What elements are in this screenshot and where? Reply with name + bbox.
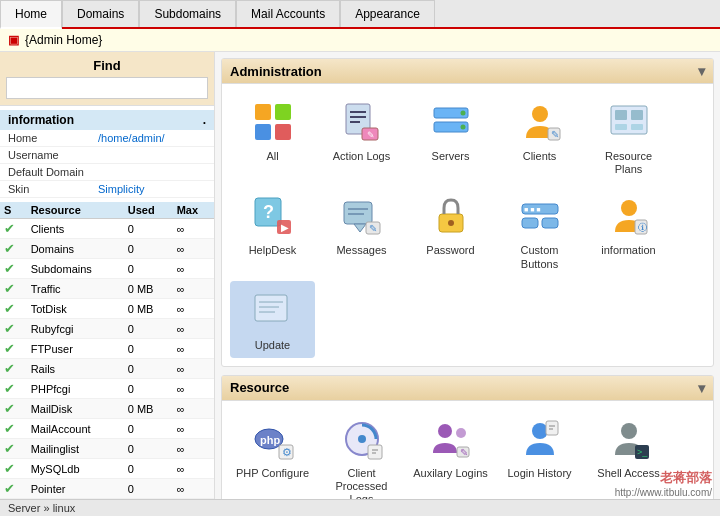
svg-point-14 <box>532 106 548 122</box>
resource-name: Clients <box>27 219 124 239</box>
servers-icon <box>427 98 475 146</box>
status-bar: Server » linux <box>0 499 720 516</box>
icon-item-php-configure-icon[interactable]: php⚙PHP Configure <box>230 409 315 513</box>
col-max: Max <box>173 202 214 219</box>
svg-text:✎: ✎ <box>460 447 468 458</box>
resource-name: Rails <box>27 359 124 379</box>
svg-point-62 <box>621 423 637 439</box>
resource-max: ∞ <box>173 439 214 459</box>
table-row: ✔ Subdomains 0 ∞ <box>0 259 214 279</box>
tab-home[interactable]: Home <box>0 0 62 29</box>
svg-rect-3 <box>275 124 291 140</box>
info-section: information . Home /home/admin/ Username… <box>0 106 214 202</box>
resource-name: Mailinglist <box>27 439 124 459</box>
resource-used: 0 MB <box>124 299 173 319</box>
find-section: Find <box>0 52 214 106</box>
icon-item-resource-plans-icon[interactable]: Resource Plans <box>586 92 671 182</box>
resource-name: MailDisk <box>27 399 124 419</box>
icon-item-information-icon[interactable]: 🛈information <box>586 186 671 276</box>
icon-label-2: Servers <box>432 150 470 163</box>
tab-appearance[interactable]: Appearance <box>340 0 435 27</box>
icon-label-4: Resource Plans <box>590 150 667 176</box>
icon-label-0: PHP Configure <box>236 467 309 480</box>
col-used: Used <box>124 202 173 219</box>
icon-item-clients-icon[interactable]: ✎Clients <box>497 92 582 182</box>
section-header-1: Resource▾ <box>222 376 713 401</box>
svg-text:▶: ▶ <box>281 222 289 233</box>
tab-subdomains[interactable]: Subdomains <box>139 0 236 27</box>
resource-max: ∞ <box>173 379 214 399</box>
resource-max: ∞ <box>173 219 214 239</box>
check-icon: ✔ <box>4 221 15 236</box>
icon-item-helpdesk-icon[interactable]: ?▶HelpDesk <box>230 186 315 276</box>
svg-text:⚙: ⚙ <box>282 446 292 458</box>
resource-name: Subdomains <box>27 259 124 279</box>
resource-max: ∞ <box>173 319 214 339</box>
icon-item-custom-buttons-icon[interactable]: ■ ■ ■Custom Buttons <box>497 186 582 276</box>
svg-point-54 <box>438 424 452 438</box>
info-row-username: Username <box>0 147 214 164</box>
resource-max: ∞ <box>173 279 214 299</box>
check-icon: ✔ <box>4 441 15 456</box>
collapse-button[interactable]: ▾ <box>698 380 705 396</box>
icon-item-servers-icon[interactable]: Servers <box>408 92 493 182</box>
table-row: ✔ Pointer 0 ∞ <box>0 479 214 499</box>
status-text: Server » linux <box>8 502 75 514</box>
status-cell: ✔ <box>0 459 27 479</box>
svg-point-38 <box>621 200 637 216</box>
table-row: ✔ Rails 0 ∞ <box>0 359 214 379</box>
resource-name: Rubyfcgi <box>27 319 124 339</box>
watermark-line1: 老蒋部落 <box>615 469 712 487</box>
info-value-home[interactable]: /home/admin/ <box>98 132 165 144</box>
update-icon <box>249 287 297 335</box>
svg-text:?: ? <box>263 202 274 222</box>
svg-rect-19 <box>631 110 643 120</box>
icon-item-client-processed-logs-icon[interactable]: Client Processed Logs <box>319 409 404 513</box>
icon-item-update-icon[interactable]: Update <box>230 281 315 358</box>
svg-rect-18 <box>615 110 627 120</box>
check-icon: ✔ <box>4 361 15 376</box>
icon-item-messages-icon[interactable]: ✎Messages <box>319 186 404 276</box>
table-row: ✔ TotDisk 0 MB ∞ <box>0 299 214 319</box>
resource-used: 0 <box>124 339 173 359</box>
icon-item-action-logs-icon[interactable]: ✎Action Logs <box>319 92 404 182</box>
table-row: ✔ FTPuser 0 ∞ <box>0 339 214 359</box>
svg-rect-51 <box>368 445 382 459</box>
tab-mail-accounts[interactable]: Mail Accounts <box>236 0 340 27</box>
status-cell: ✔ <box>0 359 27 379</box>
icon-item-auxilary-logins-icon[interactable]: ✎Auxilary Logins <box>408 409 493 513</box>
tab-domains[interactable]: Domains <box>62 0 139 27</box>
svg-rect-0 <box>255 104 271 120</box>
watermark: 老蒋部落 http://www.itbulu.com/ <box>615 469 712 498</box>
svg-text:>_: >_ <box>637 447 648 457</box>
icon-item-login-history-icon[interactable]: Login History <box>497 409 582 513</box>
tab-bar: Home Domains Subdomains Mail Accounts Ap… <box>0 0 720 29</box>
check-icon: ✔ <box>4 401 15 416</box>
resource-used: 0 <box>124 359 173 379</box>
resource-used: 0 MB <box>124 279 173 299</box>
icon-item-password-icon[interactable]: Password <box>408 186 493 276</box>
table-row: ✔ Traffic 0 MB ∞ <box>0 279 214 299</box>
icon-item-all-icon[interactable]: All <box>230 92 315 182</box>
svg-text:php: php <box>260 434 280 446</box>
svg-rect-26 <box>344 202 372 224</box>
col-resource: Resource <box>27 202 124 219</box>
status-cell: ✔ <box>0 279 27 299</box>
svg-rect-35 <box>522 218 538 228</box>
svg-point-12 <box>460 111 465 116</box>
find-input[interactable] <box>6 77 208 99</box>
check-icon: ✔ <box>4 341 15 356</box>
information-icon: 🛈 <box>605 192 653 240</box>
section-title: Administration <box>230 64 322 79</box>
status-cell: ✔ <box>0 339 27 359</box>
icon-label-1: Action Logs <box>333 150 390 163</box>
svg-point-13 <box>460 125 465 130</box>
status-cell: ✔ <box>0 399 27 419</box>
resource-name: Domains <box>27 239 124 259</box>
collapse-button[interactable]: ▾ <box>698 63 705 79</box>
info-label-skin: Skin <box>8 183 98 195</box>
resource-used: 0 <box>124 419 173 439</box>
helpdesk-icon: ?▶ <box>249 192 297 240</box>
info-label-home: Home <box>8 132 98 144</box>
info-value-skin[interactable]: Simplicity <box>98 183 144 195</box>
